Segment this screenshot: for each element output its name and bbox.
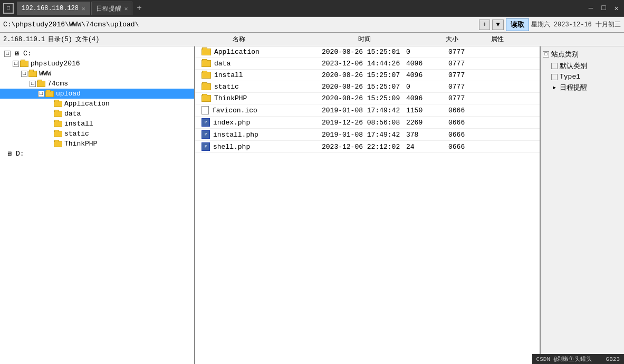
tree-item-thinkphp[interactable]: ThinkPHP (0, 139, 194, 149)
file-name: install.php (213, 131, 258, 139)
tab-ip[interactable]: 192.168.110.128 ✕ (17, 2, 90, 15)
php-file-icon: P (201, 142, 210, 151)
expand-icon[interactable]: □ (21, 71, 27, 77)
file-attr: 0777 (448, 83, 491, 91)
tree-item-74cms[interactable]: □74cms (0, 79, 194, 89)
file-row[interactable]: Pshell.php2023-12-06 22:12:02240666 (195, 141, 540, 153)
file-attr: 0777 (448, 48, 491, 56)
file-row[interactable]: favicon.ico2019-01-08 17:49:4211500666 (195, 104, 540, 117)
col-header-attr: 属性 (491, 35, 533, 44)
main-container: □🖥C:□phpstudy2016□WWW□74cms□uploadApplic… (0, 46, 624, 364)
file-row[interactable]: ThinkPHP2020-08-26 15:25:0940960777 (195, 93, 540, 104)
disk-icon: 🖥 (12, 50, 21, 58)
file-time: 2020-08-26 15:25:01 (322, 48, 406, 56)
minimize-button[interactable]: — (587, 4, 595, 13)
file-attr: 0666 (448, 119, 491, 127)
file-name: Application (214, 48, 260, 56)
file-time: 2020-08-26 15:25:09 (322, 94, 406, 102)
site-category-expand[interactable]: □ (543, 51, 549, 58)
tree-item-install[interactable]: install (0, 119, 194, 129)
right-panel-item-1[interactable]: Type1 (551, 72, 622, 82)
file-time: 2020-08-26 15:25:07 (322, 71, 406, 79)
folder-icon (201, 72, 211, 79)
right-panel-items: 默认类别Type1▶日程提醒 (543, 60, 622, 93)
tab-ip-label: 192.168.110.128 (22, 5, 79, 12)
right-panel-item-2[interactable]: ▶日程提醒 (551, 82, 622, 93)
address-path[interactable]: C:\phpstudy2016\WWW\74cms\upload\ (3, 21, 477, 28)
file-tree: □🖥C:□phpstudy2016□WWW□74cms□uploadApplic… (0, 49, 194, 149)
maximize-button[interactable]: □ (599, 4, 608, 13)
file-name: install (214, 71, 243, 79)
file-attr: 0666 (448, 131, 491, 139)
file-row[interactable]: static2020-08-26 15:25:0700777 (195, 81, 540, 93)
checkbox-icon (551, 63, 558, 69)
tree-item-static[interactable]: static (0, 129, 194, 139)
file-size: 378 (406, 131, 448, 139)
sub-toolbar: 2.168.110.1 目录(5) 文件(4) 名称 时间 大小 属性 (0, 33, 624, 46)
file-count[interactable]: 文件(4) (75, 35, 100, 44)
encoding-label: GB23 (606, 356, 620, 362)
tree-item-drive-d[interactable]: 🖥 D: (0, 149, 194, 159)
tab-reminder[interactable]: 日程提醒 ✕ (91, 2, 133, 15)
right-panel-item-0[interactable]: 默认类别 (551, 60, 622, 72)
folder-icon (28, 71, 37, 77)
file-name: favicon.ico (212, 107, 257, 114)
folder-icon (54, 121, 62, 127)
tree-item-application[interactable]: Application (0, 99, 194, 109)
folder-icon (201, 95, 211, 102)
file-row[interactable]: Pinstall.php2019-01-08 17:49:423780666 (195, 129, 540, 141)
tree-item-phpstudy2016[interactable]: □phpstudy2016 (0, 59, 194, 69)
read-button[interactable]: 读取 (506, 18, 529, 31)
file-attr: 0777 (448, 94, 491, 102)
expand-icon[interactable]: □ (38, 91, 44, 97)
file-row[interactable]: Application2020-08-26 15:25:0100777 (195, 46, 540, 58)
file-size: 1150 (406, 107, 448, 114)
folder-icon (45, 91, 54, 97)
folder-icon (54, 141, 62, 147)
file-name: index.php (213, 119, 250, 127)
app-icon: □ (3, 3, 14, 14)
nav-btn-plus[interactable]: + (479, 20, 490, 30)
new-tab-button[interactable]: + (133, 4, 145, 13)
title-bar: □ 192.168.110.128 ✕ 日程提醒 ✕ + — □ ✕ (0, 0, 624, 17)
file-size: 24 (406, 143, 448, 151)
address-bar: C:\phpstudy2016\WWW\74cms\upload\ + ▼ 读取… (0, 17, 624, 33)
file-row[interactable]: install2020-08-26 15:25:0740960777 (195, 70, 540, 81)
tab-reminder-close[interactable]: ✕ (124, 5, 128, 12)
file-row[interactable]: data2023-12-06 14:44:2640960777 (195, 58, 540, 70)
tab-ip-close[interactable]: ✕ (82, 5, 85, 12)
close-button[interactable]: ✕ (612, 4, 621, 13)
file-row[interactable]: Pindex.php2019-12-26 08:56:0822690666 (195, 117, 540, 129)
expand-icon[interactable]: □ (30, 81, 36, 87)
file-list: Application2020-08-26 15:25:0100777data2… (195, 46, 540, 153)
folder-icon (201, 60, 211, 67)
nav-btn-minus[interactable]: ▼ (492, 20, 503, 30)
file-name: data (214, 60, 231, 68)
file-attr: 0666 (448, 143, 491, 151)
file-size: 0 (406, 83, 448, 91)
file-icon (201, 106, 209, 114)
folder-icon (201, 83, 211, 90)
tree-item-www[interactable]: □WWW (0, 69, 194, 79)
tree-item-c-[interactable]: □🖥C: (0, 49, 194, 59)
dir-count[interactable]: 目录(5) (48, 35, 72, 44)
folder-icon (54, 131, 62, 137)
file-time: 2020-08-26 15:25:07 (322, 83, 406, 91)
tree-item-upload[interactable]: □upload (0, 89, 194, 99)
file-name: static (214, 83, 239, 91)
file-attr: 0777 (448, 60, 491, 68)
file-size: 0 (406, 48, 448, 56)
play-icon: ▶ (551, 84, 558, 91)
tab-reminder-label: 日程提醒 (96, 4, 121, 13)
ip-label[interactable]: 2.168.110.1 (3, 36, 45, 43)
tree-label: upload (56, 90, 81, 98)
expand-icon[interactable]: □ (4, 51, 11, 57)
php-file-icon: P (201, 130, 210, 139)
folder-icon (54, 101, 62, 107)
file-size: 2269 (406, 119, 448, 127)
drive-d-icon: 🖥 (4, 150, 14, 158)
tree-item-data[interactable]: data (0, 109, 194, 119)
folder-icon (54, 111, 62, 117)
file-time: 2019-12-26 08:56:08 (322, 119, 406, 127)
expand-icon[interactable]: □ (13, 61, 19, 67)
